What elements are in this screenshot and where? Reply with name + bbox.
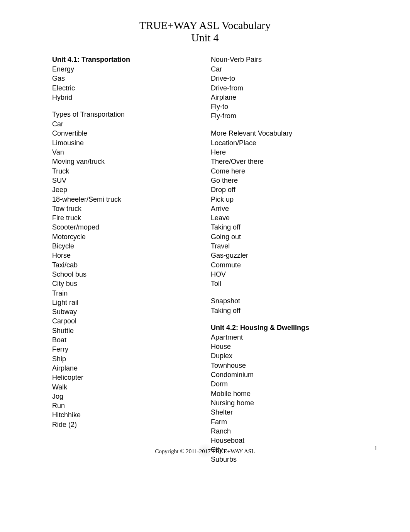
types-heading: Types of Transportation xyxy=(52,110,199,119)
list-item: House xyxy=(211,342,358,351)
section-heading-transportation: Unit 4.1: Transportation xyxy=(52,56,199,64)
list-item: Dorm xyxy=(211,379,358,389)
list-item: HOV xyxy=(211,270,358,279)
list-item: Taking off xyxy=(211,223,358,232)
list-item: Car xyxy=(52,119,199,129)
list-item: Airplane xyxy=(52,364,199,373)
list-item: Toll xyxy=(211,279,358,288)
list-item: Ride (2) xyxy=(52,420,199,429)
list-item: Ranch xyxy=(211,427,358,436)
document-title: TRUE+WAY ASL Vocabulary xyxy=(52,19,358,32)
list-item: Suburbs xyxy=(211,455,358,464)
more-vocab-heading: More Relevant Vocabulary xyxy=(211,129,358,138)
document-header: TRUE+WAY ASL Vocabulary Unit 4 xyxy=(52,19,358,44)
list-item: Light rail xyxy=(52,298,199,307)
list-item: Duplex xyxy=(211,351,358,360)
list-item: Electric xyxy=(52,83,199,93)
list-item: Train xyxy=(52,289,199,298)
list-item: Arrive xyxy=(211,204,358,213)
list-item: Pick up xyxy=(211,195,358,204)
list-item: Helicopter xyxy=(52,373,199,382)
section-heading-housing: Unit 4.2: Housing & Dwellings xyxy=(211,324,358,332)
list-item: Come here xyxy=(211,167,358,176)
list-item: Walk xyxy=(52,382,199,392)
right-column: Noun-Verb Pairs CarDrive-toDrive-fromAir… xyxy=(211,56,358,464)
list-item: Gas xyxy=(52,74,199,83)
list-item: Drop off xyxy=(211,185,358,194)
energy-list: EnergyGasElectricHybrid xyxy=(52,65,199,102)
list-item: Hybrid xyxy=(52,93,199,102)
list-item: Motorcycle xyxy=(52,232,199,241)
list-item: Bicycle xyxy=(52,241,199,251)
list-item: Run xyxy=(52,401,199,410)
more-vocab-list: Location/PlaceHereThere/Over thereCome h… xyxy=(211,138,358,289)
list-item: Limousine xyxy=(52,138,199,148)
page-number: 1 xyxy=(374,445,378,452)
list-item: Leave xyxy=(211,213,358,223)
list-item: Scooter/moped xyxy=(52,223,199,232)
list-item: Fly-to xyxy=(211,102,358,111)
snapshot-list: Taking off xyxy=(211,306,358,315)
list-item: Energy xyxy=(52,65,199,74)
list-item: Jog xyxy=(52,392,199,401)
content-columns: Unit 4.1: Transportation EnergyGasElectr… xyxy=(52,56,358,464)
list-item: Mobile home xyxy=(211,389,358,398)
list-item: Commute xyxy=(211,260,358,270)
noun-verb-list: CarDrive-toDrive-fromAirplaneFly-toFly-f… xyxy=(211,65,358,121)
list-item: Taking off xyxy=(211,306,358,315)
list-item: Condominium xyxy=(211,370,358,379)
list-item: City bus xyxy=(52,279,199,288)
list-item: Truck xyxy=(52,167,199,176)
list-item: Location/Place xyxy=(211,138,358,148)
list-item: Fly-from xyxy=(211,111,358,121)
list-item: Jeep xyxy=(52,185,199,194)
noun-verb-heading: Noun-Verb Pairs xyxy=(211,56,358,64)
list-item: Hitchhike xyxy=(52,410,199,420)
list-item: Gas-guzzler xyxy=(211,251,358,260)
list-item: Tow truck xyxy=(52,204,199,213)
types-list: CarConvertibleLimousineVanMoving van/tru… xyxy=(52,119,199,429)
list-item: Moving van/truck xyxy=(52,157,199,166)
list-item: Fire truck xyxy=(52,213,199,223)
list-item: Nursing home xyxy=(211,398,358,408)
list-item: Airplane xyxy=(211,93,358,102)
list-item: Van xyxy=(52,148,199,157)
list-item: Ferry xyxy=(52,345,199,354)
housing-list: ApartmentHouseDuplexTownhouseCondominium… xyxy=(211,333,358,464)
list-item: Houseboat xyxy=(211,436,358,445)
list-item: 18-wheeler/Semi truck xyxy=(52,195,199,204)
list-item: Townhouse xyxy=(211,361,358,370)
list-item: Convertible xyxy=(52,129,199,138)
list-item: SUV xyxy=(52,176,199,185)
list-item: School bus xyxy=(52,270,199,279)
list-item: Boat xyxy=(52,335,199,345)
footer-copyright: Copyright © 2011-2017 TRUE+WAY ASL xyxy=(0,448,410,455)
snapshot-heading: Snapshot xyxy=(211,297,358,305)
list-item: Car xyxy=(211,65,358,74)
list-item: Subway xyxy=(52,307,199,316)
document-subtitle: Unit 4 xyxy=(52,32,358,44)
list-item: Taxi/cab xyxy=(52,260,199,270)
list-item: Here xyxy=(211,148,358,157)
list-item: Shuttle xyxy=(52,326,199,335)
list-item: Go there xyxy=(211,176,358,185)
left-column: Unit 4.1: Transportation EnergyGasElectr… xyxy=(52,56,199,464)
list-item: Apartment xyxy=(211,333,358,342)
list-item: Travel xyxy=(211,241,358,251)
list-item: Horse xyxy=(52,251,199,260)
list-item: Drive-to xyxy=(211,74,358,83)
list-item: Ship xyxy=(52,354,199,364)
list-item: Going out xyxy=(211,232,358,241)
list-item: There/Over there xyxy=(211,157,358,166)
list-item: Shelter xyxy=(211,408,358,417)
list-item: Carpool xyxy=(52,316,199,326)
list-item: Farm xyxy=(211,417,358,427)
list-item: Drive-from xyxy=(211,83,358,93)
